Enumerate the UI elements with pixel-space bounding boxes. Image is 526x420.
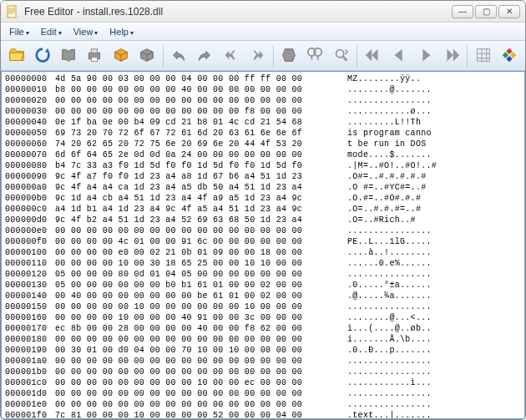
hex-ascii: ....à..!........	[347, 247, 524, 258]
hex-offset: 00000060	[5, 139, 55, 149]
menu-edit[interactable]: Edit▾	[36, 25, 67, 38]
app-icon	[6, 5, 19, 18]
hex-ascii: is program canno	[347, 128, 524, 139]
hex-row[interactable]: 000000706d 6f 64 65 2e 0d 0d 0a 24 00 00…	[5, 149, 524, 160]
hex-row[interactable]: 000000c0a4 1d b1 a4 1d 23 a4 9c 4f a5 a4…	[5, 204, 524, 215]
hex-row[interactable]: 0000011000 00 00 00 10 00 30 18 65 25 00…	[5, 258, 524, 269]
replace-button[interactable]	[329, 43, 353, 68]
hex-bytes: 9c 1d a4 cb a4 51 1d 23 a4 4f a9 a5 1d 2…	[55, 193, 347, 204]
save-button[interactable]	[134, 43, 159, 68]
hex-ascii: i.......Å.\b....	[347, 334, 524, 345]
hex-row[interactable]: 000001e000 00 00 00 00 00 00 00 00 00 00…	[5, 399, 524, 410]
hex-offset: 00000000	[5, 73, 55, 84]
hex-ascii: .@.....¾a.......	[347, 291, 524, 301]
redo-all-button[interactable]	[245, 43, 269, 68]
hex-bytes: b4 7c 33 a3 f0 1d 5d f0 f0 1d 5d f0 f0 1…	[55, 160, 347, 171]
hex-ascii: .O=..#Rich..#	[347, 215, 524, 225]
hex-row[interactable]: 0000014000 40 00 00 00 00 00 00 00 be 61…	[5, 291, 524, 301]
hex-offset: 00000190	[5, 345, 55, 356]
hex-row[interactable]: 000000e000 00 00 00 00 00 00 00 00 00 00…	[5, 225, 524, 236]
hex-bytes: 0e 1f ba 0e 00 b4 09 cd 21 b8 01 4c cd 2…	[55, 117, 347, 128]
hex-row[interactable]: 0000015000 00 00 00 00 10 00 00 00 00 00…	[5, 301, 524, 312]
last-button[interactable]	[439, 43, 463, 68]
hex-row[interactable]: 0000002000 00 00 00 00 00 00 00 00 00 00…	[5, 95, 524, 106]
colors-button[interactable]	[498, 43, 522, 68]
undo-all-icon	[222, 46, 240, 66]
hex-bytes: 00 00 00 00 00 00 00 00 00 00 00 00 00 0…	[55, 225, 347, 236]
hex-offset: 00000080	[5, 160, 55, 171]
hex-offset: 000000f0	[5, 236, 55, 247]
grid-button[interactable]	[471, 43, 495, 68]
book-button[interactable]	[57, 43, 81, 68]
last-icon	[443, 46, 461, 66]
undo-all-button[interactable]	[219, 43, 243, 68]
menu-view-label: View	[73, 27, 94, 37]
box-button[interactable]	[109, 43, 133, 68]
toolbar-separator	[467, 45, 468, 67]
hex-row[interactable]: 00000010b8 00 00 00 00 00 00 00 40 00 00…	[5, 84, 524, 95]
menu-edit-label: Edit	[41, 27, 57, 37]
hex-offset: 00000090	[5, 171, 55, 182]
hex-bytes: 6d 6f 64 65 2e 0d 0d 0a 24 00 00 00 00 0…	[55, 149, 347, 160]
hex-ascii: ........@...<...	[347, 312, 524, 323]
hex-row[interactable]: 000000909c 4f a7 f0 f0 1d 23 a4 a8 1d 67…	[5, 171, 524, 182]
hex-row[interactable]: 0000019000 30 01 00 d0 04 00 00 70 10 00…	[5, 345, 524, 356]
hex-row[interactable]: 0000018000 00 00 00 00 00 00 00 00 00 00…	[5, 334, 524, 345]
hex-row[interactable]: 00000080b4 7c 33 a3 f0 1d 5d f0 f0 1d 5d…	[5, 160, 524, 171]
hex-bytes: 00 00 00 00 00 00 00 00 00 00 00 00 00 0…	[55, 367, 347, 377]
menu-view[interactable]: View▾	[68, 25, 104, 38]
hex-row[interactable]: 0000010000 00 00 00 e0 00 02 21 0b 01 09…	[5, 247, 524, 258]
next-button[interactable]	[413, 43, 437, 68]
hex-offset: 00000040	[5, 117, 55, 128]
hex-offset: 000001c0	[5, 377, 55, 388]
find-button[interactable]	[303, 43, 327, 68]
hex-row[interactable]: 00000170ec 8b 00 00 28 00 00 00 00 40 00…	[5, 323, 524, 334]
redo-button[interactable]	[193, 43, 217, 68]
hex-row[interactable]: 000000004d 5a 90 00 03 00 00 00 04 00 00…	[5, 73, 524, 84]
hex-row[interactable]: 0000012005 00 00 00 80 0d 01 04 05 00 00…	[5, 269, 524, 280]
first-icon	[364, 46, 382, 66]
maximize-button[interactable]: ▢	[475, 5, 497, 18]
goto-button[interactable]	[277, 43, 301, 68]
hex-ascii: ................	[347, 388, 524, 399]
hex-row[interactable]: 000000f000 00 00 00 4c 01 00 00 91 6c 00…	[5, 236, 524, 247]
hex-row[interactable]: 000001a000 00 00 00 00 00 00 00 00 00 00…	[5, 356, 524, 367]
hex-offset: 000001a0	[5, 356, 55, 367]
close-button[interactable]: ✕	[498, 5, 520, 18]
menu-file[interactable]: File▾	[4, 25, 34, 38]
hex-row[interactable]: 000001d000 00 00 00 00 00 00 00 00 00 00…	[5, 388, 524, 399]
first-button[interactable]	[361, 43, 385, 68]
print-button[interactable]	[83, 43, 107, 68]
open-icon	[8, 46, 26, 66]
open-button[interactable]	[4, 43, 28, 68]
menu-help[interactable]: Help▾	[104, 25, 139, 38]
hex-row[interactable]: 0000016000 00 00 00 10 00 00 00 40 91 00…	[5, 312, 524, 323]
hex-bytes: a4 1d b1 a4 1d 23 a4 9c 4f a5 a4 51 1d 2…	[55, 204, 347, 215]
hex-row[interactable]: 000001f07c 81 00 00 00 10 00 00 00 00 52…	[5, 410, 524, 418]
hex-row[interactable]: 0000005069 73 20 70 72 6f 67 72 61 6d 20…	[5, 128, 524, 139]
hex-row[interactable]: 000000b09c 1d a4 cb a4 51 1d 23 a4 4f a9…	[5, 193, 524, 204]
hex-offset: 000000c0	[5, 204, 55, 215]
hex-row[interactable]: 0000006074 20 62 65 20 72 75 6e 20 69 6e…	[5, 139, 524, 149]
hex-bytes: 4d 5a 90 00 03 00 00 00 04 00 00 00 ff f…	[55, 73, 347, 84]
undo-button[interactable]	[167, 43, 191, 68]
hex-row[interactable]: 000000a09c 4f a4 a4 ca 1d 23 a4 a5 db 50…	[5, 182, 524, 193]
refresh-button[interactable]	[30, 43, 54, 68]
chevron-down-icon: ▾	[58, 29, 62, 37]
hex-row[interactable]: 0000013005 00 00 00 00 00 00 b0 b1 61 01…	[5, 280, 524, 291]
hex-row[interactable]: 000000d09c 4f b2 a4 51 1d 23 a4 52 69 63…	[5, 215, 524, 225]
toolbar-separator	[357, 45, 357, 67]
hex-offset: 00000150	[5, 301, 55, 312]
hex-bytes: 9c 4f a4 a4 ca 1d 23 a4 a5 db 50 a4 51 1…	[55, 182, 347, 193]
hex-row[interactable]: 0000003000 00 00 00 00 00 00 00 00 00 00…	[5, 106, 524, 117]
hex-view[interactable]: 000000004d 5a 90 00 03 00 00 00 04 00 00…	[2, 72, 524, 418]
hex-row[interactable]: 000001c000 00 00 00 00 00 00 00 00 10 00…	[5, 377, 524, 388]
hex-row[interactable]: 000000400e 1f ba 0e 00 b4 09 cd 21 b8 01…	[5, 117, 524, 128]
hex-ascii: .0..Ð...p.......	[347, 345, 524, 356]
hex-offset: 00000100	[5, 247, 55, 258]
hex-row[interactable]: 000001b000 00 00 00 00 00 00 00 00 00 00…	[5, 367, 524, 377]
minimize-button[interactable]: —	[452, 5, 473, 18]
hex-ascii: ................	[347, 356, 524, 367]
prev-button[interactable]	[387, 43, 412, 68]
hex-bytes: 00 00 00 00 00 00 00 00 00 00 00 00 00 0…	[55, 95, 347, 106]
